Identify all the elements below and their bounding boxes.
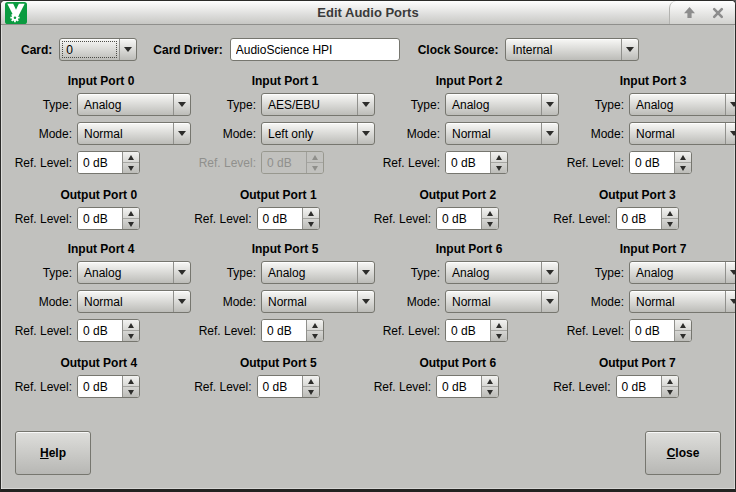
spin-down-button[interactable]: [491, 163, 507, 173]
spinner-buttons: [674, 320, 691, 341]
spin-down-button[interactable]: [307, 163, 323, 173]
spin-down-button[interactable]: [123, 219, 139, 229]
clock-source-label: Clock Source:: [418, 43, 499, 57]
chevron-down-icon: [542, 262, 558, 283]
spin-up-button[interactable]: [675, 320, 691, 331]
help-button[interactable]: Help: [15, 431, 91, 475]
mode-select[interactable]: Normal: [629, 290, 736, 313]
type-select[interactable]: AES/EBU: [261, 93, 375, 116]
close-button-label: Close: [667, 446, 700, 460]
ref-level-spinner[interactable]: 0 dB: [261, 151, 324, 174]
type-select[interactable]: Analog: [445, 261, 559, 284]
type-select[interactable]: Analog: [629, 261, 736, 284]
mode-label: Mode:: [11, 295, 72, 309]
type-select[interactable]: Analog: [77, 93, 191, 116]
ref-level-spinner[interactable]: 0 dB: [77, 207, 140, 230]
spin-up-button[interactable]: [482, 208, 498, 219]
small-arrow-down-icon: [312, 166, 318, 171]
ref-level-spinner[interactable]: 0 dB: [629, 151, 692, 174]
mode-select[interactable]: Normal: [261, 290, 375, 313]
spin-up-button[interactable]: [491, 152, 507, 163]
spinner-buttons: [302, 208, 319, 229]
small-arrow-down-icon: [312, 334, 318, 339]
clock-source-value: Internal: [506, 39, 621, 60]
ref-level-spinner[interactable]: 0 dB: [257, 375, 320, 398]
spin-down-button[interactable]: [662, 387, 678, 397]
type-select[interactable]: Analog: [261, 261, 375, 284]
spin-up-button[interactable]: [303, 208, 319, 219]
edit-audio-ports-dialog: Edit Audio Ports Card: 0 Card Driver:: [0, 0, 736, 492]
mode-row: Mode: Normal: [563, 122, 736, 145]
clock-source-select[interactable]: Internal: [505, 38, 639, 61]
ref-level-spinner[interactable]: 0 dB: [629, 319, 692, 342]
spin-up-button[interactable]: [307, 152, 323, 163]
card-select[interactable]: 0: [59, 38, 137, 61]
ref-level-spinner[interactable]: 0 dB: [77, 319, 140, 342]
spinner-buttons: [302, 376, 319, 397]
mode-select[interactable]: Left only: [261, 122, 375, 145]
spin-down-button[interactable]: [123, 387, 139, 397]
type-value: Analog: [78, 94, 173, 115]
spin-down-button[interactable]: [675, 163, 691, 173]
close-window-button[interactable]: [711, 6, 725, 20]
ref-level-spinner[interactable]: 0 dB: [445, 151, 508, 174]
type-value: AES/EBU: [262, 94, 357, 115]
chevron-down-icon: [358, 291, 374, 312]
spin-up-button[interactable]: [123, 320, 139, 331]
spin-down-button[interactable]: [123, 331, 139, 341]
ref-level-spinner[interactable]: 0 dB: [445, 319, 508, 342]
spinner-buttons: [490, 320, 507, 341]
spinner-buttons: [306, 152, 323, 173]
spin-down-button[interactable]: [303, 219, 319, 229]
small-arrow-up-icon: [308, 211, 314, 216]
ref-level-row: Ref. Level: 0 dB: [11, 151, 191, 174]
spin-up-button[interactable]: [307, 320, 323, 331]
output-port-panel: Output Port 3 Ref. Level: 0 dB: [548, 177, 728, 233]
arrow-up-icon: [683, 6, 696, 19]
spin-down-button[interactable]: [482, 219, 498, 229]
spin-up-button[interactable]: [123, 152, 139, 163]
spin-up-button[interactable]: [675, 152, 691, 163]
ref-level-spinner[interactable]: 0 dB: [261, 319, 324, 342]
ref-level-spinner[interactable]: 0 dB: [77, 151, 140, 174]
spin-up-button[interactable]: [123, 376, 139, 387]
mode-select[interactable]: Normal: [445, 290, 559, 313]
spin-down-button[interactable]: [307, 331, 323, 341]
ref-level-label: Ref. Level:: [11, 324, 72, 338]
ref-level-spinner[interactable]: 0 dB: [257, 207, 320, 230]
spin-up-button[interactable]: [303, 376, 319, 387]
close-button[interactable]: Close: [645, 431, 721, 475]
spin-down-button[interactable]: [675, 331, 691, 341]
small-arrow-up-icon: [312, 155, 318, 160]
spin-up-button[interactable]: [662, 376, 678, 387]
ref-level-spinner[interactable]: 0 dB: [616, 207, 679, 230]
spin-down-button[interactable]: [491, 331, 507, 341]
small-arrow-down-icon: [487, 222, 493, 227]
spin-up-button[interactable]: [482, 376, 498, 387]
card-driver-input[interactable]: [230, 38, 400, 61]
spin-down-button[interactable]: [662, 219, 678, 229]
mode-select[interactable]: Normal: [445, 122, 559, 145]
shade-window-button[interactable]: [682, 6, 696, 20]
spin-down-button[interactable]: [482, 387, 498, 397]
ref-level-spinner[interactable]: 0 dB: [77, 375, 140, 398]
spin-up-button[interactable]: [123, 208, 139, 219]
spin-up-button[interactable]: [662, 208, 678, 219]
type-select[interactable]: Analog: [445, 93, 559, 116]
type-select[interactable]: Analog: [77, 261, 191, 284]
ref-level-spinner[interactable]: 0 dB: [616, 375, 679, 398]
mode-select[interactable]: Normal: [629, 122, 736, 145]
ref-level-spinner[interactable]: 0 dB: [436, 207, 499, 230]
spin-up-button[interactable]: [491, 320, 507, 331]
type-select[interactable]: Analog: [629, 93, 736, 116]
spinner-buttons: [481, 208, 498, 229]
mode-select[interactable]: Normal: [77, 290, 191, 313]
mode-value: Normal: [446, 291, 541, 312]
type-label: Type:: [563, 266, 624, 280]
card-driver-label: Card Driver:: [153, 43, 222, 57]
spin-down-button[interactable]: [123, 163, 139, 173]
mode-row: Mode: Normal: [195, 290, 375, 313]
spin-down-button[interactable]: [303, 387, 319, 397]
mode-select[interactable]: Normal: [77, 122, 191, 145]
ref-level-spinner[interactable]: 0 dB: [436, 375, 499, 398]
